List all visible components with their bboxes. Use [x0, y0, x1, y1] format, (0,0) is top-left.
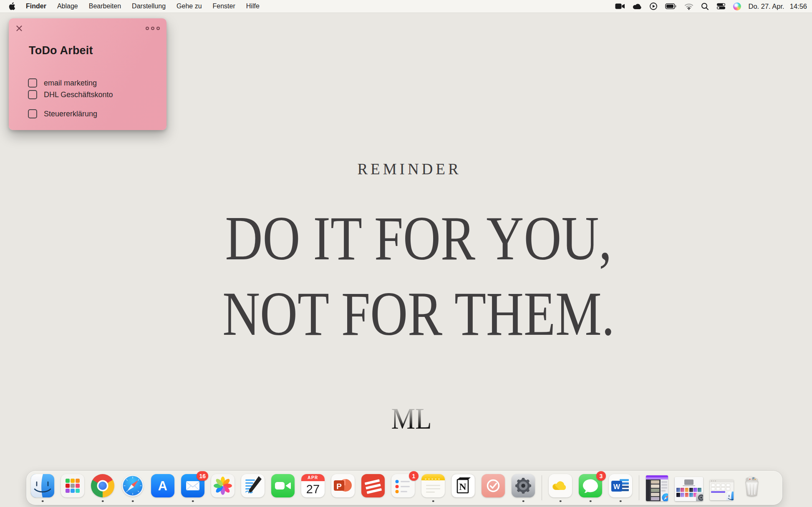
- note-checklist-row: DHL Geschäftskonto: [28, 89, 113, 100]
- screen-mirroring-icon[interactable]: [611, 3, 629, 10]
- dock-item-photos[interactable]: [211, 474, 235, 497]
- now-playing-icon[interactable]: [646, 2, 661, 10]
- dock-item-messages[interactable]: 3: [579, 474, 602, 497]
- menu-item-ablage[interactable]: Ablage: [52, 0, 83, 13]
- dock-divider: [542, 475, 542, 500]
- reminders-badge: 1: [409, 471, 419, 481]
- dock-minimized-window-design-app[interactable]: [646, 475, 668, 501]
- word-icon: W: [609, 474, 632, 497]
- wallpaper-monogram: ML: [46, 403, 777, 434]
- wallpaper-quote-line1: DO IT FOR YOU,: [81, 207, 755, 269]
- dock-item-cloud-drive[interactable]: [549, 474, 572, 497]
- dock-item-notion[interactable]: N: [451, 474, 475, 497]
- powerpoint-icon: P: [331, 474, 355, 497]
- menu-item-bearbeiten[interactable]: Bearbeiten: [83, 0, 126, 13]
- running-indicator: [42, 500, 44, 502]
- menu-item-finder[interactable]: Finder: [20, 0, 52, 13]
- clock-date: Do. 27. Apr.: [748, 3, 784, 10]
- cloud-status-icon[interactable]: [629, 3, 646, 10]
- running-indicator: [560, 500, 562, 502]
- todoist-icon: [361, 474, 385, 497]
- note-checklist-row: email marketing: [28, 77, 113, 89]
- running-indicator: [522, 500, 525, 502]
- siri-icon[interactable]: [729, 3, 745, 10]
- notes-writing-icon: [241, 474, 265, 497]
- menu-bar-status: Do. 27. Apr. 14:56: [611, 2, 812, 11]
- control-center-icon[interactable]: [713, 3, 729, 10]
- spotlight-search-icon[interactable]: [697, 3, 713, 10]
- safari-mini-icon: [661, 492, 668, 501]
- dock-item-word[interactable]: W: [609, 474, 632, 497]
- menu-item-hilfe[interactable]: Hilfe: [241, 0, 265, 13]
- settings-mini-icon: [696, 492, 703, 501]
- dock-item-notes-writing[interactable]: [241, 474, 265, 497]
- dock-item-tasks-check[interactable]: [482, 474, 505, 497]
- svg-text:N: N: [459, 481, 467, 492]
- dock-item-calendar[interactable]: APR 27: [301, 474, 325, 497]
- dock-item-reminders[interactable]: 1: [391, 474, 415, 497]
- dock-item-todoist[interactable]: [361, 474, 385, 497]
- finder-mini-icon: [726, 492, 734, 500]
- calendar-month: APR: [301, 474, 325, 481]
- menu-item-fenster[interactable]: Fenster: [207, 0, 241, 13]
- checkbox-steuererklaerung[interactable]: [28, 109, 37, 118]
- menu-bar-clock[interactable]: Do. 27. Apr. 14:56: [745, 3, 807, 10]
- running-indicator: [192, 500, 194, 502]
- clock-time: 14:56: [790, 3, 807, 10]
- running-indicator: [132, 500, 134, 502]
- dock-item-system-settings[interactable]: [512, 474, 535, 497]
- notion-icon: N: [451, 474, 475, 497]
- svg-text:W: W: [613, 483, 620, 491]
- note-more-options-button[interactable]: [146, 27, 160, 30]
- finder-icon: [31, 474, 54, 497]
- dock-item-finder[interactable]: [31, 474, 54, 497]
- dock: A 16: [26, 471, 782, 505]
- messages-badge: 3: [596, 471, 606, 481]
- dock-minimized-window-finder[interactable]: [710, 479, 734, 500]
- dock-item-mail[interactable]: 16: [181, 474, 204, 497]
- note-item-label: email marketing: [44, 79, 97, 88]
- running-indicator: [590, 500, 592, 502]
- svg-text:P: P: [336, 482, 342, 491]
- note-item-label: DHL Geschäftskonto: [44, 90, 113, 99]
- calendar-day: 27: [301, 481, 325, 497]
- note-checklist-row: Steuererklärung: [28, 108, 113, 120]
- app-store-icon: A: [151, 474, 174, 497]
- dock-item-powerpoint[interactable]: P: [331, 474, 355, 497]
- dock-item-app-store[interactable]: A: [151, 474, 174, 497]
- chrome-icon: [91, 474, 114, 497]
- photos-icon: [211, 474, 235, 497]
- cloud-drive-icon: [549, 474, 572, 497]
- running-indicator: [102, 500, 104, 502]
- dock-minimized-window-settings[interactable]: [675, 477, 703, 501]
- dock-item-chrome[interactable]: [91, 474, 114, 497]
- dock-item-trash[interactable]: [740, 474, 764, 497]
- note-close-button[interactable]: [16, 25, 23, 32]
- wallpaper-quote-line2: NOT FOR THEM.: [81, 282, 755, 345]
- apple-notes-icon: [421, 474, 445, 497]
- launchpad-icon: [61, 474, 84, 497]
- dock-item-safari[interactable]: [121, 474, 144, 497]
- dock-item-apple-notes[interactable]: [421, 474, 445, 497]
- dock-item-launchpad[interactable]: [61, 474, 84, 497]
- checkbox-email-marketing[interactable]: [28, 78, 37, 88]
- checkbox-dhl-geschaeftskonto[interactable]: [28, 90, 37, 99]
- menu-item-darstellung[interactable]: Darstellung: [126, 0, 171, 13]
- mail-badge: 16: [197, 471, 208, 481]
- apple-menu[interactable]: [6, 2, 20, 10]
- menu-bar: Finder Ablage Bearbeiten Darstellung Geh…: [0, 0, 812, 13]
- note-item-label: Steuererklärung: [44, 110, 97, 118]
- menu-item-gehe-zu[interactable]: Gehe zu: [171, 0, 207, 13]
- sticky-note-window[interactable]: ToDo Arbeit email marketing DHL Geschäft…: [9, 18, 166, 130]
- trash-full-icon: [740, 474, 764, 497]
- svg-text:A: A: [158, 479, 167, 493]
- wallpaper-eyebrow-text: REMINDER: [0, 160, 812, 178]
- running-indicator: [620, 500, 622, 502]
- battery-icon[interactable]: [661, 2, 681, 11]
- note-checklist: email marketing DHL Geschäftskonto Steue…: [28, 77, 113, 120]
- wifi-icon[interactable]: [681, 3, 697, 10]
- dock-item-facetime[interactable]: [271, 474, 295, 497]
- note-title: ToDo Arbeit: [29, 44, 93, 57]
- dock-divider: [639, 475, 639, 500]
- safari-icon: [121, 474, 144, 497]
